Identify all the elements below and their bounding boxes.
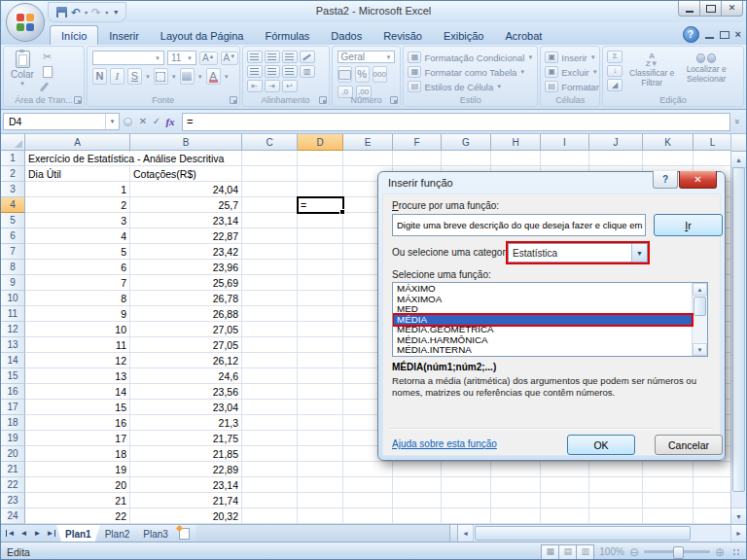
select-all-corner[interactable]: [1, 134, 25, 151]
cell[interactable]: [298, 166, 343, 182]
cell[interactable]: [298, 431, 343, 446]
sheet-tab-plan3[interactable]: Plan3: [134, 525, 177, 542]
cell[interactable]: [242, 322, 298, 337]
tab-exibio[interactable]: Exibição: [433, 26, 495, 45]
cell[interactable]: Cotações(R$): [130, 166, 242, 182]
column-header-a[interactable]: A: [25, 134, 130, 151]
bold-button[interactable]: N: [92, 68, 107, 85]
cell[interactable]: 25,7: [130, 197, 242, 213]
list-scrollbar[interactable]: ▲ ▼: [692, 283, 707, 356]
zoom-slider[interactable]: [644, 550, 710, 553]
row-header-18[interactable]: 18: [1, 415, 25, 431]
cell[interactable]: [242, 493, 298, 508]
align-left-button[interactable]: [247, 65, 263, 78]
cell[interactable]: [393, 477, 442, 493]
cell[interactable]: 23,42: [130, 244, 242, 260]
cell[interactable]: Exercício de Estatística - Análise Descr…: [25, 151, 130, 166]
scroll-down-icon[interactable]: ▼: [731, 508, 746, 524]
page-layout-view-icon[interactable]: ▤: [558, 544, 577, 560]
cell[interactable]: 16: [25, 415, 130, 431]
row-header-19[interactable]: 19: [1, 431, 25, 446]
cell[interactable]: [298, 151, 343, 166]
formula-input[interactable]: =: [182, 113, 730, 131]
fill-handle[interactable]: [339, 209, 345, 215]
row-header-3[interactable]: 3: [1, 182, 25, 197]
close-button[interactable]: ✕: [721, 1, 743, 17]
column-header-h[interactable]: H: [491, 134, 541, 151]
merge-center-button[interactable]: ▥: [300, 65, 315, 78]
column-header-g[interactable]: G: [442, 134, 491, 151]
cell[interactable]: [442, 462, 491, 477]
cell[interactable]: 27,05: [130, 337, 242, 353]
cell[interactable]: 5: [25, 244, 130, 260]
function-item[interactable]: MÁXIMOA: [394, 295, 692, 305]
row-header-22[interactable]: 22: [1, 477, 25, 493]
row-header-11[interactable]: 11: [1, 306, 25, 322]
chevron-down-icon[interactable]: ▼: [145, 74, 151, 80]
cell[interactable]: [298, 508, 343, 524]
cell[interactable]: [694, 477, 732, 493]
zoom-in-icon[interactable]: ⊕: [715, 546, 725, 558]
cell[interactable]: [298, 462, 343, 477]
cell[interactable]: [242, 244, 298, 260]
cell[interactable]: [643, 508, 694, 524]
align-bottom-button[interactable]: [282, 51, 298, 63]
chevron-down-icon[interactable]: ▼: [105, 114, 119, 129]
column-header-c[interactable]: C: [242, 134, 298, 151]
tab-layoutdapgina[interactable]: Layout da Página: [150, 26, 255, 45]
scroll-up-icon[interactable]: ▲: [731, 152, 746, 168]
cell[interactable]: [242, 431, 298, 446]
wrap-text-button[interactable]: ↩: [282, 80, 298, 92]
dialog-launcher-icon[interactable]: [319, 96, 327, 104]
cell[interactable]: 22: [25, 508, 130, 524]
font-color-button[interactable]: A: [206, 68, 221, 85]
cell[interactable]: 22,87: [130, 228, 242, 244]
insert-cells-button[interactable]: ▣ Inserir▼: [545, 52, 599, 63]
cell[interactable]: 9: [25, 306, 130, 322]
previous-sheet-icon[interactable]: ◄: [18, 527, 30, 541]
first-sheet-icon[interactable]: ◄: [4, 527, 17, 541]
cell[interactable]: 20: [25, 477, 130, 493]
fill-color-button[interactable]: [180, 68, 195, 85]
cell[interactable]: 3: [25, 213, 130, 228]
shrink-font-button[interactable]: A▼: [221, 52, 239, 65]
workbook-close-icon[interactable]: ×: [735, 29, 741, 40]
insert-function-icon[interactable]: fx: [163, 117, 177, 127]
borders-button[interactable]: [154, 68, 168, 85]
cell[interactable]: [298, 244, 343, 260]
column-header-k[interactable]: K: [643, 134, 694, 151]
zoom-out-icon[interactable]: ⊖: [629, 546, 639, 558]
cancel-entry-icon[interactable]: ✕: [136, 117, 150, 126]
cell[interactable]: [242, 228, 298, 244]
underline-button[interactable]: S: [127, 68, 142, 85]
next-sheet-icon[interactable]: ►: [31, 527, 44, 541]
cell[interactable]: 24,04: [130, 182, 242, 197]
cell[interactable]: 23,14: [130, 477, 242, 493]
row-header-5[interactable]: 5: [1, 213, 25, 228]
normal-view-icon[interactable]: ▦: [541, 544, 559, 560]
increase-indent-button[interactable]: ⇥: [265, 80, 280, 92]
column-header-e[interactable]: E: [343, 134, 393, 151]
search-function-input[interactable]: Digite uma breve descrição do que deseja…: [392, 214, 646, 236]
cell[interactable]: 21,75: [130, 431, 242, 446]
cell[interactable]: 21,3: [130, 415, 242, 431]
function-item[interactable]: MÉDIA.GEOMÉTRICA: [394, 325, 692, 335]
cell[interactable]: [541, 151, 589, 166]
tab-inserir[interactable]: Inserir: [98, 26, 150, 45]
sheet-tab-plan2[interactable]: Plan2: [96, 525, 139, 542]
row-header-12[interactable]: 12: [1, 322, 25, 337]
horizontal-scrollbar[interactable]: ◄ ►: [458, 525, 746, 542]
cell[interactable]: [442, 508, 491, 524]
row-header-1[interactable]: 1: [1, 151, 25, 166]
tab-incio[interactable]: Início: [50, 25, 98, 45]
accounting-format-button[interactable]: [338, 66, 352, 83]
cell[interactable]: [242, 337, 298, 353]
cell[interactable]: [298, 337, 343, 353]
cell[interactable]: 25,69: [130, 275, 242, 291]
chevron-down-icon[interactable]: ▼: [197, 74, 203, 80]
cell[interactable]: [694, 508, 732, 524]
page-break-view-icon[interactable]: ▥: [576, 544, 594, 560]
cell[interactable]: 23,56: [130, 384, 242, 400]
cell[interactable]: [589, 477, 643, 493]
category-select[interactable]: Estatística ▼: [508, 243, 648, 262]
